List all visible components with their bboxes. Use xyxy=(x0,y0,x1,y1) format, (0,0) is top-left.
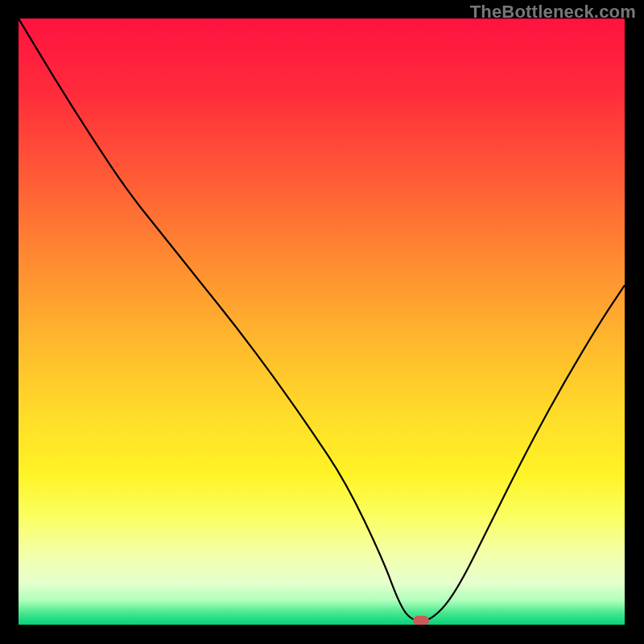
curve-layer xyxy=(19,19,625,625)
plot-area xyxy=(19,19,625,625)
chart-stage: TheBottleneck.com xyxy=(0,0,644,644)
optimum-marker xyxy=(413,616,429,625)
bottleneck-curve xyxy=(19,19,625,621)
